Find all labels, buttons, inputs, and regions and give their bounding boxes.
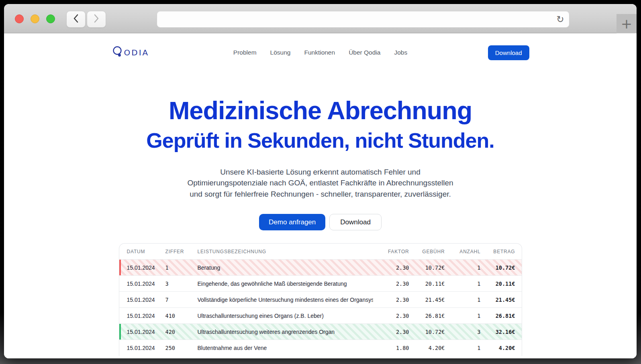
column-header-leistung: LEISTUNGSBEZEICHNUNG xyxy=(198,249,373,254)
cta-row: Demo anfragen Download xyxy=(4,214,637,230)
column-header-betrag: BETRAG xyxy=(481,249,515,254)
address-bar: ↻ xyxy=(157,11,570,28)
cell-faktor: 2.30 xyxy=(373,297,409,303)
close-window-button[interactable] xyxy=(15,14,24,23)
traffic-lights xyxy=(15,14,55,23)
nav-item-problem[interactable]: Problem xyxy=(233,49,257,56)
magnifier-q-icon xyxy=(112,45,124,60)
cell-gebuehr: 10.72€ xyxy=(409,264,445,271)
cell-betrag: 21.45€ xyxy=(481,297,515,303)
cell-faktor: 2.30 xyxy=(373,264,409,271)
zoom-window-button[interactable] xyxy=(46,14,55,23)
cell-leistung: Vollständige körperliche Untersuchung mi… xyxy=(198,297,373,303)
hero-description: Unsere KI-basierte Lösung erkennt automa… xyxy=(4,167,637,200)
billing-table: DATUM ZIFFER LEISTUNGSBEZEICHNUNG FAKTOR… xyxy=(119,243,522,356)
cell-ziffer: 3 xyxy=(165,281,198,287)
cell-faktor: 2.30 xyxy=(373,281,409,287)
cell-anzahl: 1 xyxy=(445,345,481,351)
cell-gebuehr: 21.45€ xyxy=(409,297,445,303)
table-row: 15.01.2024 420 Ultraschalluntersuchung w… xyxy=(119,324,522,340)
cell-leistung: Ultraschalluntersuchung eines Organs (z.… xyxy=(198,313,373,319)
cell-anzahl: 1 xyxy=(445,297,481,303)
hero-description-line: Optimierungspotenziale nach GOÄ, entlast… xyxy=(4,177,637,189)
cell-datum: 15.01.2024 xyxy=(127,297,165,303)
table-row: 15.01.2024 3 Eingehende, das gewöhnliche… xyxy=(119,276,522,292)
cell-datum: 15.01.2024 xyxy=(127,329,165,335)
refresh-icon[interactable]: ↻ xyxy=(551,15,569,24)
cell-ziffer: 7 xyxy=(165,297,198,303)
hero-description-line: Unsere KI-basierte Lösung erkennt automa… xyxy=(4,167,637,178)
url-input[interactable] xyxy=(157,11,551,27)
cell-gebuehr: 4.20€ xyxy=(409,345,445,351)
back-button[interactable] xyxy=(66,11,86,28)
cell-gebuehr: 20.11€ xyxy=(409,281,445,287)
cell-faktor: 2.30 xyxy=(373,313,409,319)
cell-gebuehr: 10.72€ xyxy=(409,329,445,335)
cell-betrag: 20.11€ xyxy=(481,281,515,287)
cell-leistung: Ultraschalluntersuchung weiteres angrenz… xyxy=(198,329,373,335)
browser-toolbar: ↻ + xyxy=(4,4,637,33)
cell-betrag: 26.81€ xyxy=(481,313,515,319)
hero-title-line1: Medizinische Abrechnung xyxy=(4,96,637,125)
cell-leistung: Beratung xyxy=(198,264,373,271)
column-header-gebuehr: GEBÜHR xyxy=(409,249,445,254)
column-header-faktor: FAKTOR xyxy=(373,249,409,254)
cell-faktor: 2.30 xyxy=(373,329,409,335)
cell-betrag: 4.20€ xyxy=(481,345,515,351)
chevron-left-icon xyxy=(73,14,79,24)
nav-item-funktionen[interactable]: Funktionen xyxy=(304,49,335,56)
cell-datum: 15.01.2024 xyxy=(127,345,165,351)
nav-item-loesung[interactable]: Lösung xyxy=(270,49,291,56)
cell-datum: 15.01.2024 xyxy=(127,281,165,287)
cell-leistung: Eingehende, das gewöhnliche Maß überstei… xyxy=(198,281,373,287)
demo-request-button[interactable]: Demo anfragen xyxy=(259,214,325,230)
table-row: 15.01.2024 1 Beratung 2.30 10.72€ 1 10.7… xyxy=(119,260,522,276)
nav-item-ueber-qodia[interactable]: Über Qodia xyxy=(349,49,380,56)
table-row: 15.01.2024 410 Ultraschalluntersuchung e… xyxy=(119,308,522,324)
forward-button[interactable] xyxy=(87,11,106,28)
cell-anzahl: 1 xyxy=(445,264,481,271)
cell-ziffer: 420 xyxy=(165,329,198,335)
header-cta: Download xyxy=(445,45,529,60)
cell-gebuehr: 26.81€ xyxy=(409,313,445,319)
cell-ziffer: 250 xyxy=(165,345,198,351)
column-header-anzahl: ANZAHL xyxy=(445,249,481,254)
cell-leistung: Blutentnahme aus der Vene xyxy=(198,345,373,351)
cell-anzahl: 1 xyxy=(445,281,481,287)
table-row: 15.01.2024 250 Blutentnahme aus der Vene… xyxy=(119,340,522,356)
column-header-datum: DATUM xyxy=(127,249,165,254)
main-nav: Problem Lösung Funktionen Über Qodia Job… xyxy=(196,49,445,56)
logo-text: ODIA xyxy=(124,48,149,57)
page-content: ODIA Problem Lösung Funktionen Über Qodi… xyxy=(4,44,637,358)
browser-window: ↻ + ODIA Problem Lösung Funktionen Über … xyxy=(4,4,637,358)
hero-title-line2: Geprüft in Sekunden, nicht Stunden. xyxy=(4,129,637,152)
table-row: 15.01.2024 7 Vollständige körperliche Un… xyxy=(119,292,522,308)
chevron-right-icon xyxy=(94,14,99,24)
cell-betrag: 10.72€ xyxy=(481,264,515,271)
table-header-row: DATUM ZIFFER LEISTUNGSBEZEICHNUNG FAKTOR… xyxy=(119,244,522,260)
cell-betrag: 32.16€ xyxy=(481,329,515,335)
hero-description-line: und sorgt für fehlerfreie Rechnungen - s… xyxy=(4,189,637,200)
cell-ziffer: 410 xyxy=(165,313,198,319)
column-header-ziffer: ZIFFER xyxy=(165,249,198,254)
nav-item-jobs[interactable]: Jobs xyxy=(394,49,407,56)
cell-ziffer: 1 xyxy=(165,264,198,271)
qodia-logo[interactable]: ODIA xyxy=(112,45,196,60)
hero-section: Medizinische Abrechnung Geprüft in Sekun… xyxy=(4,96,637,230)
cell-anzahl: 1 xyxy=(445,313,481,319)
download-button[interactable]: Download xyxy=(329,214,382,230)
minimize-window-button[interactable] xyxy=(31,14,39,23)
header-download-button[interactable]: Download xyxy=(488,45,529,60)
cell-datum: 15.01.2024 xyxy=(127,313,165,319)
cell-anzahl: 3 xyxy=(445,329,481,335)
new-tab-button[interactable]: + xyxy=(617,14,637,33)
site-header: ODIA Problem Lösung Funktionen Über Qodi… xyxy=(112,44,529,61)
cell-faktor: 1.80 xyxy=(373,345,409,351)
cell-datum: 15.01.2024 xyxy=(127,264,165,271)
